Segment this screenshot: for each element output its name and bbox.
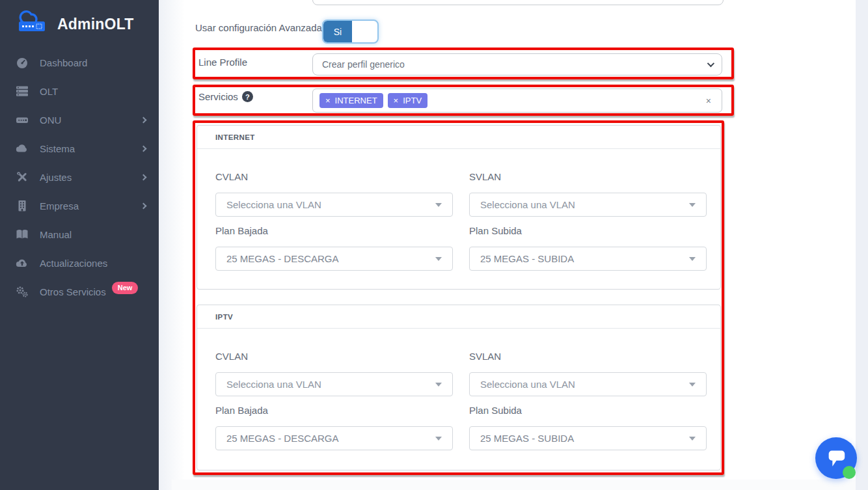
servicios-label-wrap: Servicios ? <box>198 91 253 102</box>
brand-name: AdminOLT <box>57 16 133 33</box>
plan-bajada-value: 25 MEGAS - DESCARGA <box>226 433 339 444</box>
sidebar-item-empresa[interactable]: Empresa <box>0 191 159 220</box>
plan-bajada-value: 25 MEGAS - DESCARGA <box>226 253 339 264</box>
sidebar-item-label: OLT <box>40 86 58 97</box>
caret-down-icon <box>689 203 696 207</box>
sidebar-item-dashboard[interactable]: Dashboard <box>0 48 159 77</box>
new-badge: New <box>112 282 139 294</box>
sidebar-item-label: Actualizaciones <box>40 258 107 269</box>
plan-bajada-label: Plan Bajada <box>215 225 268 236</box>
iptv-service-card: IPTV CVLAN SVLAN Selecciona una VLAN Sel… <box>197 305 721 470</box>
chevron-down-icon <box>707 60 714 67</box>
chevron-right-icon <box>141 145 147 152</box>
cvlan-value: Selecciona una VLAN <box>226 379 321 390</box>
chevron-right-icon <box>141 202 147 209</box>
sidebar-item-label: Otros Servicios <box>40 286 106 297</box>
plan-subida-label: Plan Subida <box>469 405 522 416</box>
sidebar-item-sistema[interactable]: Sistema <box>0 134 159 163</box>
tag-label: INTERNET <box>335 96 377 105</box>
cvlan-select[interactable]: Selecciona una VLAN <box>215 193 453 217</box>
clear-select-icon[interactable]: × <box>706 96 711 106</box>
sidebar-item-label: Dashboard <box>40 57 87 68</box>
online-status-dot <box>843 466 856 479</box>
chat-bubble-icon <box>825 446 847 470</box>
sidebar-item-olt[interactable]: OLT <box>0 77 159 105</box>
remove-tag-icon[interactable]: × <box>394 96 399 105</box>
sidebar-item-otros-servicios[interactable]: Otros Servicios New <box>0 277 159 306</box>
sidebar-item-label: Ajustes <box>40 172 72 183</box>
sidebar-nav: Dashboard OLT ONU Sistema Ajus <box>0 48 159 306</box>
plan-subida-select[interactable]: 25 MEGAS - SUBIDA <box>469 426 707 450</box>
svlan-value: Selecciona una VLAN <box>480 199 575 210</box>
card-title: INTERNET <box>197 126 720 149</box>
caret-down-icon <box>435 203 442 207</box>
tag-label: IPTV <box>403 96 422 105</box>
internet-service-card: INTERNET CVLAN SVLAN Selecciona una VLAN… <box>197 125 721 290</box>
servicios-label: Servicios <box>198 91 238 102</box>
page-background-strip <box>856 0 868 490</box>
plan-subida-select[interactable]: 25 MEGAS - SUBIDA <box>469 247 707 271</box>
plan-bajada-label: Plan Bajada <box>215 405 268 416</box>
brand[interactable]: AdminOLT <box>0 0 159 47</box>
plan-subida-value: 25 MEGAS - SUBIDA <box>480 433 574 444</box>
caret-down-icon <box>435 257 442 261</box>
plan-subida-label: Plan Subida <box>469 225 522 236</box>
cloud-icon <box>14 142 30 155</box>
svlan-value: Selecciona una VLAN <box>480 379 575 390</box>
line-profile-value: Crear perfil generico <box>322 59 405 70</box>
svlan-select[interactable]: Selecciona una VLAN <box>469 372 707 396</box>
advanced-config-label: Usar configuración Avanzada <box>195 22 322 33</box>
caret-down-icon <box>435 437 442 441</box>
adminolt-logo-icon <box>14 9 51 39</box>
cvlan-label: CVLAN <box>215 171 248 182</box>
cvlan-label: CVLAN <box>215 351 248 362</box>
caret-down-icon <box>689 257 696 261</box>
toggle-on-state: Si <box>323 21 352 42</box>
sidebar: AdminOLT Dashboard OLT ONU Sistema <box>0 0 159 490</box>
plan-bajada-select[interactable]: 25 MEGAS - DESCARGA <box>215 426 453 450</box>
sidebar-item-label: Manual <box>40 229 72 240</box>
cvlan-value: Selecciona una VLAN <box>226 199 321 210</box>
help-question-icon[interactable]: ? <box>242 91 253 102</box>
caret-down-icon <box>689 437 696 441</box>
cloud-upload-icon <box>14 256 30 269</box>
line-profile-select[interactable]: Crear perfil generico <box>312 53 722 75</box>
sidebar-item-manual[interactable]: Manual <box>0 220 159 249</box>
sidebar-item-ajustes[interactable]: Ajustes <box>0 163 159 191</box>
chevron-right-icon <box>141 116 147 123</box>
sidebar-item-label: ONU <box>40 115 61 126</box>
truncated-input-field[interactable] <box>312 0 724 5</box>
tools-icon <box>14 170 30 184</box>
cvlan-select[interactable]: Selecciona una VLAN <box>215 372 453 396</box>
sidebar-item-label: Sistema <box>40 143 75 154</box>
remove-tag-icon[interactable]: × <box>325 96 331 105</box>
advanced-config-toggle[interactable]: Si <box>322 20 379 44</box>
svlan-select[interactable]: Selecciona una VLAN <box>469 193 707 217</box>
servicios-multiselect[interactable]: × INTERNET × IPTV × <box>312 88 722 113</box>
gears-icon <box>14 285 30 298</box>
caret-down-icon <box>435 383 442 387</box>
caret-down-icon <box>689 383 696 387</box>
svlan-label: SVLAN <box>469 171 501 182</box>
tag-internet: × INTERNET <box>319 93 383 108</box>
router-icon <box>14 113 30 126</box>
server-icon <box>14 85 30 98</box>
main-content: Usar configuración Avanzada Si Line Prof… <box>159 0 868 490</box>
sidebar-item-onu[interactable]: ONU <box>0 105 159 134</box>
card-title: IPTV <box>197 305 720 329</box>
svlan-label: SVLAN <box>469 351 501 362</box>
gauge-icon <box>14 56 30 69</box>
building-icon <box>14 199 30 212</box>
line-profile-label: Line Profile <box>198 57 247 68</box>
content-left-shadow <box>159 0 185 490</box>
book-icon <box>14 228 30 241</box>
tag-iptv: × IPTV <box>388 93 428 108</box>
sidebar-item-actualizaciones[interactable]: Actualizaciones <box>0 249 159 277</box>
page-background-bottom <box>172 480 856 490</box>
plan-bajada-select[interactable]: 25 MEGAS - DESCARGA <box>215 247 453 271</box>
sidebar-item-label: Empresa <box>40 200 79 211</box>
plan-subida-value: 25 MEGAS - SUBIDA <box>480 253 574 264</box>
chevron-right-icon <box>141 174 147 180</box>
